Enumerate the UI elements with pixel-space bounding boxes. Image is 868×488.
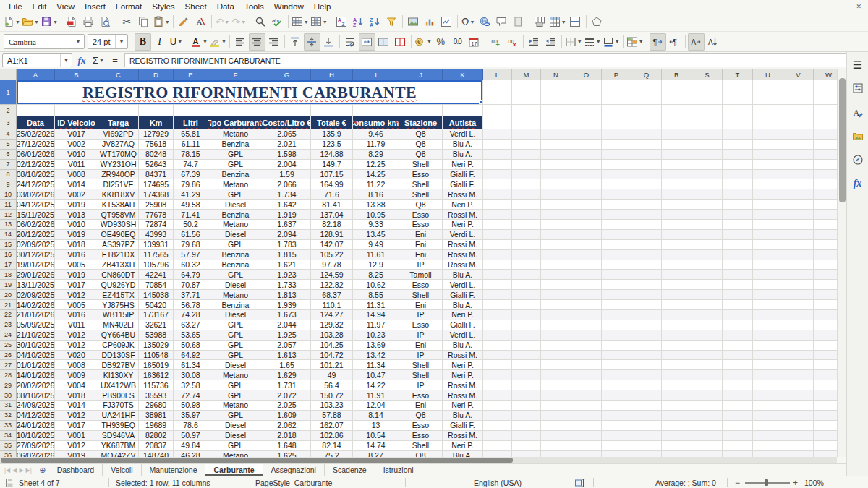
cell-T[interactable] bbox=[723, 451, 753, 458]
italic-button[interactable]: I bbox=[151, 33, 168, 51]
cell-W[interactable] bbox=[814, 431, 837, 441]
cell-D31[interactable]: 29680 bbox=[139, 401, 174, 411]
cell-R[interactable] bbox=[662, 160, 692, 170]
column-header-T[interactable]: T bbox=[723, 69, 753, 80]
row-header-28[interactable]: 28 bbox=[0, 370, 17, 380]
cell-U[interactable] bbox=[753, 80, 783, 105]
cell-O[interactable] bbox=[571, 129, 602, 140]
cell-T[interactable] bbox=[723, 179, 753, 189]
cell-B22[interactable]: V016 bbox=[55, 310, 98, 320]
previous-sheet-icon[interactable]: ◀ bbox=[12, 467, 17, 474]
sort-button[interactable]: AZ bbox=[333, 13, 350, 30]
cell-U[interactable] bbox=[753, 290, 783, 300]
row-header-9[interactable]: 9 bbox=[0, 179, 17, 189]
cell-M[interactable] bbox=[512, 421, 541, 431]
cell-T[interactable] bbox=[723, 129, 753, 140]
cell-T[interactable] bbox=[723, 210, 753, 220]
cell-U[interactable] bbox=[753, 330, 783, 341]
cell-C16[interactable]: ET821DX bbox=[98, 250, 139, 260]
menu-window[interactable]: Window bbox=[269, 1, 309, 12]
cell-R[interactable] bbox=[662, 150, 692, 160]
cell-V[interactable] bbox=[783, 451, 814, 458]
cell-Q[interactable] bbox=[631, 401, 662, 411]
row-header-17[interactable]: 17 bbox=[0, 260, 17, 270]
cell-N[interactable] bbox=[541, 280, 571, 290]
cell-Q[interactable] bbox=[631, 451, 662, 458]
cell-O[interactable] bbox=[571, 341, 602, 351]
cell-A22[interactable]: 21/01/2026 bbox=[17, 310, 55, 320]
cell-T[interactable] bbox=[723, 341, 753, 351]
cell-C34[interactable]: SD946VA bbox=[98, 431, 139, 441]
cell-T[interactable] bbox=[723, 260, 753, 270]
cell-L[interactable] bbox=[483, 280, 512, 290]
add-sheet-icon[interactable]: ⊕ bbox=[36, 466, 49, 475]
cell-H14[interactable]: 128.91 bbox=[311, 230, 353, 240]
cell-U[interactable] bbox=[753, 179, 783, 189]
cell-Q[interactable] bbox=[631, 179, 662, 189]
cell-E13[interactable]: 50.2 bbox=[174, 220, 208, 230]
cell-L[interactable] bbox=[483, 360, 512, 370]
cell-L[interactable] bbox=[483, 330, 512, 341]
redo-dropdown-icon[interactable]: ▼ bbox=[241, 20, 246, 25]
cell-L[interactable] bbox=[483, 390, 512, 401]
conditional-formatting-dropdown-icon[interactable]: ▼ bbox=[639, 39, 644, 44]
cell-W[interactable] bbox=[814, 200, 837, 210]
cell-J36[interactable]: Q8 bbox=[399, 451, 443, 458]
cell-G36[interactable]: 1.625 bbox=[263, 451, 311, 458]
select-all-corner[interactable] bbox=[0, 69, 17, 80]
cell-T[interactable] bbox=[723, 320, 753, 330]
cell-W[interactable] bbox=[814, 421, 837, 431]
cell-C4[interactable]: VI692PD bbox=[98, 129, 139, 140]
cell-B27[interactable]: V008 bbox=[55, 360, 98, 370]
cell-J13[interactable]: Esso bbox=[399, 220, 443, 230]
cell-N[interactable] bbox=[541, 179, 571, 189]
cell-F24[interactable]: GPL bbox=[208, 330, 263, 341]
cell-H33[interactable]: 162.07 bbox=[311, 421, 353, 431]
cell-W[interactable] bbox=[814, 330, 837, 341]
cell-D15[interactable]: 139931 bbox=[139, 240, 174, 250]
cell-A15[interactable]: 02/09/2025 bbox=[17, 240, 55, 250]
open-file-button[interactable]: ▼ bbox=[21, 13, 40, 30]
cell-M[interactable] bbox=[512, 300, 541, 310]
cell-N[interactable] bbox=[541, 401, 571, 411]
column-header-U[interactable]: U bbox=[753, 69, 783, 80]
cell-V[interactable] bbox=[783, 150, 814, 160]
cell-J9[interactable]: Shell bbox=[399, 179, 443, 189]
zoom-level-label[interactable]: 100% bbox=[804, 476, 824, 488]
cell-Q[interactable] bbox=[631, 150, 662, 160]
cell-L[interactable] bbox=[483, 150, 512, 160]
cell-N[interactable] bbox=[541, 250, 571, 260]
cell-R[interactable] bbox=[662, 341, 692, 351]
autofilter-button[interactable] bbox=[383, 13, 400, 30]
cell-I33[interactable]: 13 bbox=[353, 421, 399, 431]
table-header-B[interactable]: ID Veicolo bbox=[55, 116, 98, 129]
cell-C29[interactable]: UX412WB bbox=[98, 380, 139, 390]
language-label[interactable]: English (USA) bbox=[474, 476, 522, 488]
column-header-S[interactable]: S bbox=[692, 69, 723, 80]
cell-D12[interactable]: 77678 bbox=[139, 210, 174, 220]
cell-C13[interactable]: WD930SH bbox=[98, 220, 139, 230]
cell-J6[interactable]: Q8 bbox=[399, 150, 443, 160]
cell-H32[interactable]: 57.88 bbox=[311, 411, 353, 421]
cell-P[interactable] bbox=[602, 179, 631, 189]
cell-A13[interactable]: 06/02/2026 bbox=[17, 220, 55, 230]
cell-P[interactable] bbox=[602, 401, 631, 411]
cell-B34[interactable]: V001 bbox=[55, 431, 98, 441]
cell-O[interactable] bbox=[571, 140, 602, 150]
column-header-P[interactable]: P bbox=[602, 69, 631, 80]
cell-B29[interactable]: V004 bbox=[55, 380, 98, 390]
cell-V[interactable] bbox=[783, 370, 814, 380]
cell-L[interactable] bbox=[483, 105, 512, 116]
cell-H27[interactable]: 101.21 bbox=[311, 360, 353, 370]
cell-U[interactable] bbox=[753, 210, 783, 220]
indent-increase-button[interactable] bbox=[526, 33, 542, 51]
cell-M[interactable] bbox=[512, 170, 541, 180]
close-document-icon[interactable]: ✕ bbox=[849, 3, 868, 10]
cell-K7[interactable]: Neri P. bbox=[443, 160, 483, 170]
cell-K30[interactable]: Rossi M. bbox=[443, 390, 483, 401]
cell-I4[interactable]: 9.46 bbox=[353, 129, 399, 140]
cell-V[interactable] bbox=[783, 260, 814, 270]
cell-J12[interactable]: Esso bbox=[399, 210, 443, 220]
cell-M[interactable] bbox=[512, 451, 541, 458]
cell-D16[interactable]: 117565 bbox=[139, 250, 174, 260]
